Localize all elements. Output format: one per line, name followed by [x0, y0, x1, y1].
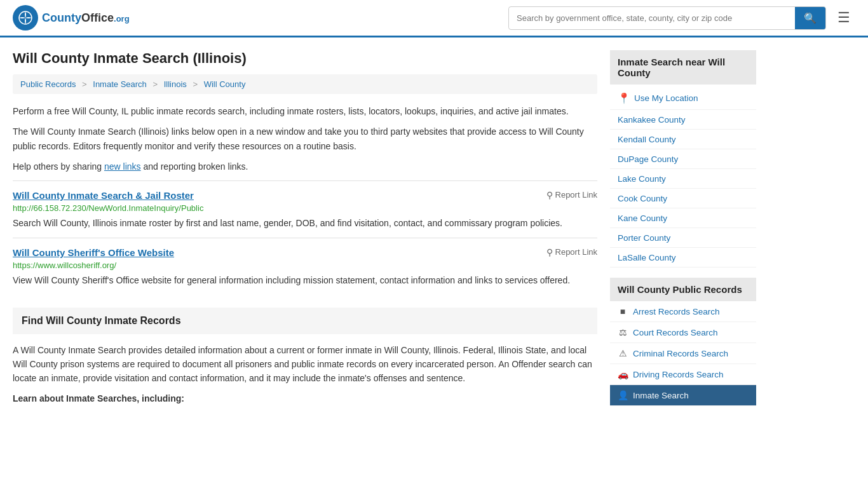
intro-text-3: Help others by sharing new links and rep… — [13, 159, 597, 173]
header-right: 🔍 ☰ — [508, 6, 855, 30]
criminal-records-link[interactable]: Criminal Records Search — [633, 349, 728, 358]
breadcrumb: Public Records > Inmate Search > Illinoi… — [13, 74, 597, 94]
public-records-header: Will County Public Records — [610, 278, 756, 301]
sidebar-kendall[interactable]: Kendall County — [618, 135, 676, 144]
breadcrumb-illinois[interactable]: Illinois — [164, 79, 187, 89]
logo[interactable]: CountyOffice.org — [13, 5, 130, 30]
page-title: Will County Inmate Search (Illinois) — [13, 50, 597, 67]
nearby-county-list: Kankakee County Kendall County DuPage Co… — [610, 110, 756, 268]
public-records-section: Will County Public Records ■ Arrest Reco… — [610, 278, 756, 406]
sidebar-lake[interactable]: Lake County — [618, 174, 666, 184]
site-header: CountyOffice.org 🔍 ☰ — [0, 0, 868, 37]
list-item: Porter County — [610, 228, 756, 248]
inmate-search-link[interactable]: Inmate Search — [633, 391, 689, 400]
use-location-link[interactable]: Use My Location — [634, 93, 698, 103]
arrest-icon: ■ — [618, 306, 628, 316]
sidebar-porter[interactable]: Porter County — [618, 233, 670, 243]
list-item: Kankakee County — [610, 110, 756, 130]
court-icon: ⚖ — [618, 327, 628, 337]
new-links-link[interactable]: new links — [104, 161, 141, 172]
body-text: A Will County Inmate Search provides det… — [13, 343, 597, 386]
list-item: LaSalle County — [610, 248, 756, 268]
sidebar-lasalle[interactable]: LaSalle County — [618, 253, 676, 262]
location-pin-icon: 📍 — [618, 92, 630, 104]
nearby-header: Inmate Search near Will County — [610, 50, 756, 85]
resource-2-url: https://www.willcosheriff.org/ — [13, 261, 597, 270]
list-item: Cook County — [610, 189, 756, 208]
driving-records-link[interactable]: Driving Records Search — [633, 370, 724, 379]
sidebar-kankakee[interactable]: Kankakee County — [618, 115, 686, 125]
court-records-link[interactable]: Court Records Search — [633, 328, 718, 337]
logo-text: CountyOffice.org — [42, 11, 130, 25]
resource-1: Will County Inmate Search & Jail Roster … — [13, 180, 597, 238]
public-records-list: ■ Arrest Records Search ⚖ Court Records … — [610, 301, 756, 406]
breadcrumb-will-county[interactable]: Will County — [204, 79, 246, 89]
menu-icon[interactable]: ☰ — [832, 7, 855, 29]
criminal-icon: ⚠ — [618, 348, 628, 358]
nearby-section: Inmate Search near Will County 📍 Use My … — [610, 50, 756, 268]
list-item: ⚖ Court Records Search — [610, 322, 756, 343]
resource-2-title[interactable]: Will County Sheriff's Office Website — [13, 247, 174, 258]
learn-title: Learn about Inmate Searches, including: — [13, 393, 597, 403]
use-location[interactable]: 📍 Use My Location — [610, 87, 756, 110]
sidebar: Inmate Search near Will County 📍 Use My … — [610, 50, 756, 416]
breadcrumb-inmate-search[interactable]: Inmate Search — [93, 79, 147, 89]
intro-text-2: The Will County Inmate Search (Illinois)… — [13, 125, 597, 153]
list-item: Kendall County — [610, 130, 756, 149]
list-item: 🚗 Driving Records Search — [610, 364, 756, 385]
sidebar-dupage[interactable]: DuPage County — [618, 154, 678, 164]
resource-2-desc: View Will County Sheriff's Office websit… — [13, 274, 597, 287]
resource-2: Will County Sheriff's Office Website ⚲ R… — [13, 238, 597, 295]
list-item-active: 👤 Inmate Search — [610, 385, 756, 406]
sidebar-kane[interactable]: Kane County — [618, 214, 667, 223]
list-item: ■ Arrest Records Search — [610, 301, 756, 322]
main-container: Will County Inmate Search (Illinois) Pub… — [0, 37, 868, 429]
sidebar-cook[interactable]: Cook County — [618, 194, 667, 203]
logo-icon — [13, 5, 38, 30]
list-item: DuPage County — [610, 149, 756, 169]
report-icon-1: ⚲ — [546, 190, 553, 200]
breadcrumb-public-records[interactable]: Public Records — [20, 79, 76, 89]
driving-icon: 🚗 — [618, 369, 628, 379]
search-input[interactable] — [509, 8, 795, 28]
search-bar[interactable]: 🔍 — [508, 6, 826, 30]
find-section: Find Will County Inmate Records — [13, 308, 597, 334]
resource-1-title[interactable]: Will County Inmate Search & Jail Roster — [13, 190, 194, 201]
list-item: Lake County — [610, 169, 756, 189]
resource-1-desc: Search Will County, Illinois inmate rost… — [13, 217, 597, 230]
resource-2-report[interactable]: ⚲ Report Link — [546, 247, 597, 257]
find-section-title: Find Will County Inmate Records — [22, 315, 588, 327]
inmate-icon: 👤 — [618, 390, 628, 400]
resource-1-url: http://66.158.72.230/NewWorld.InmateInqu… — [13, 203, 597, 213]
list-item: ⚠ Criminal Records Search — [610, 343, 756, 364]
content-area: Will County Inmate Search (Illinois) Pub… — [13, 50, 597, 416]
list-item: Kane County — [610, 208, 756, 228]
search-button[interactable]: 🔍 — [795, 7, 825, 29]
report-icon-2: ⚲ — [546, 247, 553, 257]
resource-1-report[interactable]: ⚲ Report Link — [546, 190, 597, 200]
arrest-records-link[interactable]: Arrest Records Search — [633, 307, 720, 316]
intro-text-1: Perform a free Will County, IL public in… — [13, 104, 597, 118]
